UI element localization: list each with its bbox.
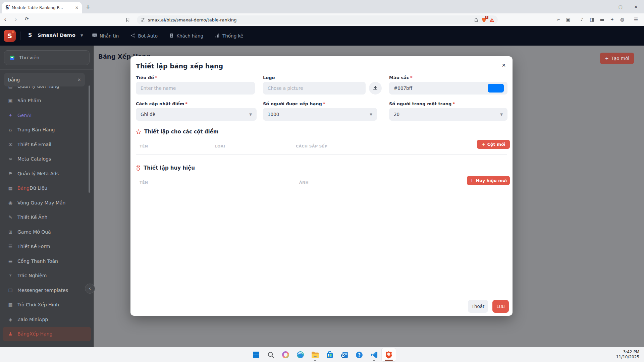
chat-icon[interactable]: ➣ (554, 17, 562, 22)
brave-shield-icon[interactable]: 1 (481, 17, 487, 23)
add-badge-button[interactable]: + Huy hiệu mới (467, 176, 510, 185)
sidebar-item-ads[interactable]: ⚑Quản lý Meta Ads (0, 166, 94, 181)
score-col-name: TÊN (140, 144, 148, 148)
sidebar-item-ranking[interactable]: ♟Bảng Xếp Hạng (3, 327, 91, 342)
color-swatch[interactable] (488, 84, 504, 93)
sidebar-search[interactable]: ✕ (4, 73, 85, 86)
site-settings-icon[interactable] (140, 17, 145, 22)
upload-button[interactable] (369, 82, 382, 95)
sidebar-item-email[interactable]: ✉Thiết Kế Email (0, 137, 94, 152)
nav-item-chat[interactable]: Nhắn tin (92, 33, 119, 39)
sidebar-item-label: Meta Catalogs (17, 156, 51, 162)
nav-item-customer[interactable]: Khách hàng (169, 33, 203, 39)
nav-item-bot[interactable]: Bot-Auto (130, 33, 158, 39)
sidebar-item-library[interactable]: Thư viện (4, 50, 90, 65)
brave-rewards-icon[interactable] (489, 18, 494, 22)
toolbar-divider (575, 16, 575, 22)
taskbar-store-icon[interactable] (322, 348, 337, 362)
taskbar-help-icon[interactable]: ? (352, 348, 367, 362)
music-icon[interactable]: ♪ (578, 17, 586, 22)
ranked-count-label: Số người được xếp hạng* (263, 101, 325, 106)
window-maximize-button[interactable]: ▢ (613, 0, 628, 13)
design-icon: ✎ (7, 215, 14, 220)
taskbar-search-icon[interactable] (263, 348, 278, 362)
shield-badge: 1 (485, 16, 488, 19)
sidebar-item-wheel[interactable]: ◉Vòng Quay May Mắn (0, 195, 94, 210)
browser-menu-icon[interactable]: ☰ (632, 17, 640, 22)
sidebar-item-store[interactable]: ⌂Trang Bán Hàng (0, 123, 94, 137)
workspace-chevron-down-icon[interactable]: ▼ (80, 34, 83, 37)
smax-logo[interactable]: S (4, 30, 16, 42)
logo-input[interactable] (263, 82, 366, 95)
sidebar-item-payment[interactable]: ▬Cổng Thanh Toán (0, 254, 94, 268)
sidebar-item-quiz[interactable]: ?Trắc Nghiệm (0, 268, 94, 283)
taskbar-brave-icon[interactable] (381, 348, 396, 362)
leo-ai-icon[interactable]: ✦ (608, 17, 616, 22)
logo-field-label: Logo (263, 75, 275, 80)
app-nav: S S SmaxAi Demo ▼ Nhắn tinBot-AutoKhách … (0, 26, 644, 46)
add-column-button[interactable]: + Cột mới (477, 140, 510, 149)
sidebar-item-puzzle[interactable]: ▩Trò Chơi Xếp Hình (0, 298, 94, 312)
share-icon[interactable] (474, 17, 479, 22)
update-mode-select[interactable]: Ghi đè ▼ (136, 108, 257, 121)
search-clear-icon[interactable]: ✕ (77, 77, 81, 82)
workspace-name[interactable]: SmaxAi Demo (38, 33, 75, 38)
sidebar-divider (0, 69, 94, 70)
modal-close-icon[interactable]: ✕ (500, 62, 507, 69)
ranked-count-select[interactable]: 1000 ▼ (263, 108, 377, 121)
taskbar-vscode-icon[interactable] (367, 348, 381, 362)
browser-toolbar: ‹ › ⟳ smax.ai/bizs/smaxai-demo/table-ran… (0, 13, 644, 26)
forward-button[interactable]: › (15, 16, 17, 23)
cancel-button[interactable]: Thoát (468, 300, 488, 313)
url-bar[interactable]: smax.ai/bizs/smaxai-demo/table-ranking 1 (137, 15, 498, 24)
sidebar-item-label: Xếp Hạng (30, 331, 52, 337)
sidebar-item-messenger[interactable]: ❏Messenger templates (0, 283, 94, 298)
window-close-button[interactable]: ✕ (628, 0, 644, 13)
tab-close-icon[interactable]: ✕ (75, 5, 78, 10)
form-icon: ☰ (7, 244, 14, 249)
taskbar-outlook-icon[interactable] (337, 348, 352, 362)
sidebar-item-gift[interactable]: ⊞Game Mở Quà (0, 225, 94, 239)
sidebar-item-zalo[interactable]: ◈Zalo MiniApp (0, 312, 94, 327)
reload-button[interactable]: ⟳ (25, 16, 29, 21)
reading-list-icon[interactable]: ◨ (588, 17, 596, 22)
sidebar-scrollbar[interactable] (89, 85, 90, 193)
table-icon: ▦ (7, 185, 14, 191)
title-input[interactable] (136, 82, 255, 95)
gift-icon: ⊞ (7, 229, 14, 235)
vpn-icon[interactable]: ◍ (618, 17, 626, 22)
sidebar-search-input[interactable] (8, 77, 72, 82)
taskbar-start-icon[interactable] (249, 348, 263, 362)
taskbar-edge-icon[interactable] (293, 348, 308, 362)
clock-date: 11/10/2025 (616, 355, 639, 360)
sidebar-item-product[interactable]: ▣Sản Phẩm (0, 94, 94, 108)
title-field-label: Tiêu đề* (136, 75, 157, 80)
sidebar-item-design[interactable]: ✎Thiết Kế Ảnh (0, 210, 94, 225)
sidebar-item-form[interactable]: ☰Thiết Kế Form (0, 239, 94, 254)
toolbar-extensions-area: ➣▣♪◨▬✦◍ (554, 16, 626, 22)
browser-tab[interactable]: S Module Table Ranking Page ✕ (2, 2, 82, 13)
email-icon: ✉ (7, 142, 14, 147)
archive-icon[interactable]: ▣ (564, 17, 572, 22)
sidebar-item-meta[interactable]: ∞Meta Catalogs (0, 152, 94, 167)
nav-item-stats[interactable]: Thống kê (215, 33, 243, 39)
sidebar-collapse-button[interactable]: ‹ (85, 284, 95, 294)
create-new-button[interactable]: + Tạo mới (600, 53, 634, 64)
taskbar-copilot-icon[interactable] (278, 348, 293, 362)
new-tab-button[interactable]: + (85, 3, 91, 11)
sidebar-item-table[interactable]: ▦Bảng Dữ Liệu (0, 181, 94, 196)
page-size-select[interactable]: 20 ▼ (389, 108, 507, 121)
sidebar-item-label: Quản lý Meta Ads (17, 171, 59, 176)
sidebar-item-genai[interactable]: ✦GenAI (0, 108, 94, 123)
taskbar-clock[interactable]: 3:42 PM 11/10/2025 (616, 350, 639, 360)
bookmark-icon[interactable] (125, 17, 130, 22)
divider (136, 154, 507, 155)
window-minimize-button[interactable]: ─ (597, 0, 613, 13)
payment-icon: ▬ (7, 258, 14, 264)
back-button[interactable]: ‹ (4, 16, 6, 23)
nav-item-label: Bot-Auto (138, 33, 158, 39)
wallet-icon[interactable]: ▬ (598, 17, 606, 22)
save-button[interactable]: Lưu (492, 300, 509, 313)
plus-icon: + (470, 178, 474, 183)
taskbar-explorer-icon[interactable] (308, 348, 322, 362)
